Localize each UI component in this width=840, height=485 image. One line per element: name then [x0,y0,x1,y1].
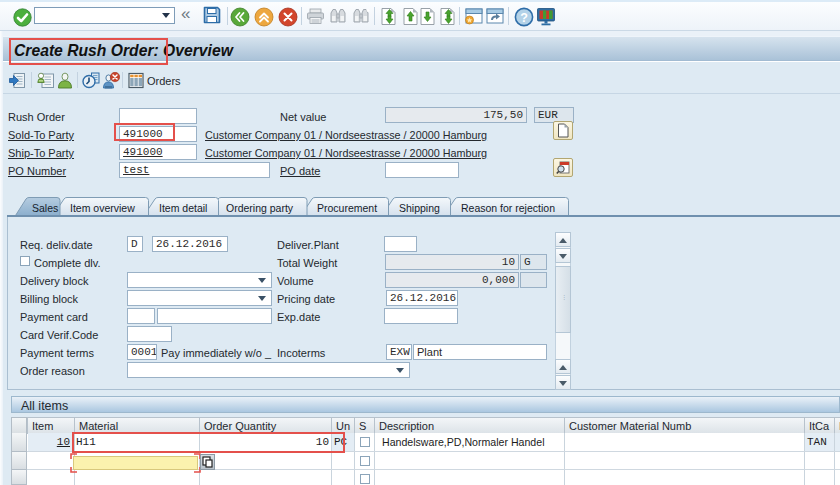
svg-text:?: ? [520,11,528,25]
